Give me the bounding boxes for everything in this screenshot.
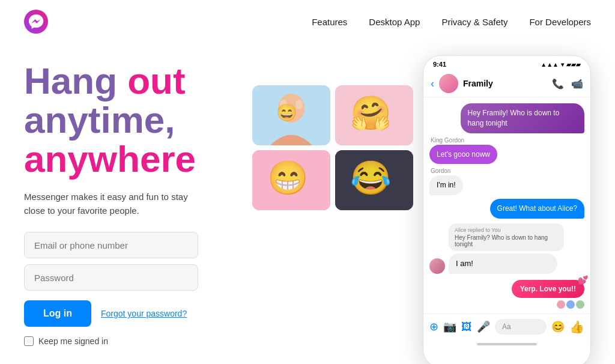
chat-name: Framily: [463, 79, 547, 88]
logo-container: [24, 10, 48, 34]
main-content: Hang out anytime, anywhere Messenger mak…: [0, 43, 615, 364]
reply-original-text: Hey Framily? Who is down to hang tonight: [455, 234, 558, 247]
password-input[interactable]: [24, 264, 198, 291]
like-icon[interactable]: 👍: [569, 320, 584, 334]
messenger-logo-icon: [24, 10, 48, 34]
heart-emoji: 💕: [578, 275, 588, 285]
video-call-icon[interactable]: 📹: [571, 78, 583, 89]
alice-section: Alice replied to You Hey Framily? Who is…: [429, 223, 584, 274]
home-indicator: [477, 343, 537, 345]
chat-header: ‹ Framily 📞 📹: [423, 70, 590, 97]
hero-word-anywhere: anywhere: [24, 138, 196, 180]
message-love: Yerp. Love you!! 💕: [429, 280, 584, 309]
react-avatar-2: [566, 300, 575, 309]
alice-messages: Alice replied to You Hey Framily? Who is…: [449, 223, 584, 274]
message-bubble-4: Great! What about Alice?: [490, 199, 584, 219]
photo-cell-3: 😁: [252, 150, 330, 210]
message-1: Hey Framily! Who is down to hang tonight: [429, 103, 584, 133]
react-avatar-3: [576, 300, 584, 309]
chat-action-icons: 📞 📹: [552, 78, 583, 89]
back-arrow-icon[interactable]: ‹: [431, 77, 434, 90]
keep-signed-label: Keep me signed in: [38, 336, 108, 346]
phone-time: 9:41: [433, 61, 446, 68]
svg-text:😂: 😂: [350, 159, 392, 198]
message-input[interactable]: Aa: [495, 319, 547, 335]
phone-status-bar: 9:41 ▲▲▲ ▾ ▰▰▰: [423, 56, 590, 70]
action-row: Log in Forgot your password?: [24, 300, 228, 327]
email-input[interactable]: [24, 232, 198, 258]
photo-cell-2: 🤗: [335, 85, 413, 145]
status-icons: ▲▲▲ ▾ ▰▰▰: [541, 61, 581, 68]
keep-signed-checkbox[interactable]: [24, 336, 34, 346]
reply-quote-text: Alice replied to You: [455, 227, 558, 233]
hero-word-out: out: [127, 60, 185, 102]
svg-text:🤗: 🤗: [350, 94, 392, 133]
svg-text:😄: 😄: [276, 103, 297, 123]
site-header: Features Desktop App Privacy & Safety Fo…: [0, 0, 615, 43]
sender-king-gordon: King Gordon: [429, 137, 464, 144]
hero-subtitle: Messenger makes it easy and fun to stay …: [24, 190, 198, 217]
camera-icon[interactable]: 📷: [443, 320, 456, 333]
voice-call-icon[interactable]: 📞: [552, 78, 564, 89]
phone-bottom-bar: ⊕ 📷 🖼 🎤 Aa 😊 👍: [423, 314, 590, 339]
nav-privacy[interactable]: Privacy & Safety: [441, 17, 507, 27]
chat-avatar: [439, 74, 458, 93]
battery-icon: ▰▰▰: [566, 61, 581, 68]
hero-title: Hang out anytime, anywhere: [24, 61, 228, 178]
main-nav: Features Desktop App Privacy & Safety Fo…: [312, 17, 591, 27]
photo-cell-1: 😄: [252, 85, 330, 145]
svg-text:😁: 😁: [267, 159, 309, 198]
forgot-password-link[interactable]: Forgot your password?: [101, 309, 187, 318]
message-2: King Gordon Let's gooo noww: [429, 137, 584, 165]
message-bubble-3: I'm in!: [429, 175, 463, 195]
hero-word-hang: Hang: [24, 60, 117, 102]
chat-messages: Hey Framily! Who is down to hang tonight…: [423, 97, 590, 314]
add-icon[interactable]: ⊕: [429, 320, 438, 333]
alice-avatar: [429, 258, 445, 274]
sender-gordon: Gordon: [429, 168, 450, 174]
right-panel: 😄 🤗 😁 😂: [228, 55, 591, 364]
reaction-avatars: [512, 300, 584, 309]
emoji-icon[interactable]: 😊: [551, 320, 565, 333]
message-bubble-1: Hey Framily! Who is down to hang tonight: [461, 103, 584, 133]
photo-cell-4: 😂: [335, 150, 413, 210]
mic-icon[interactable]: 🎤: [477, 320, 490, 333]
svg-point-0: [24, 10, 48, 34]
image-icon[interactable]: 🖼: [461, 321, 472, 333]
nav-developers[interactable]: For Developers: [529, 17, 591, 27]
love-bubble-container: Yerp. Love you!! 💕: [512, 280, 584, 309]
message-4: Great! What about Alice?: [429, 199, 584, 219]
wifi-icon: ▾: [561, 61, 564, 68]
hero-word-anytime: anytime,: [24, 99, 175, 141]
photo-grid: 😄 🤗 😁 😂: [252, 85, 413, 210]
reply-quote-bubble: Alice replied to You Hey Framily? Who is…: [449, 223, 564, 251]
react-avatar-1: [557, 300, 565, 309]
signal-icon: ▲▲▲: [541, 61, 559, 68]
login-button[interactable]: Log in: [24, 300, 91, 327]
love-message-bubble: Yerp. Love you!! 💕: [512, 280, 584, 298]
nav-features[interactable]: Features: [312, 17, 347, 27]
alice-reply: I am!: [449, 253, 557, 274]
left-panel: Hang out anytime, anywhere Messenger mak…: [24, 55, 228, 364]
phone-mockup: 9:41 ▲▲▲ ▾ ▰▰▰ ‹ Framily 📞 📹: [423, 55, 591, 364]
nav-desktop[interactable]: Desktop App: [369, 17, 420, 27]
login-form: [24, 232, 228, 291]
message-bubble-2: Let's gooo noww: [429, 145, 497, 165]
keep-signed-row: Keep me signed in: [24, 336, 228, 346]
message-3: Gordon I'm in!: [429, 168, 584, 195]
